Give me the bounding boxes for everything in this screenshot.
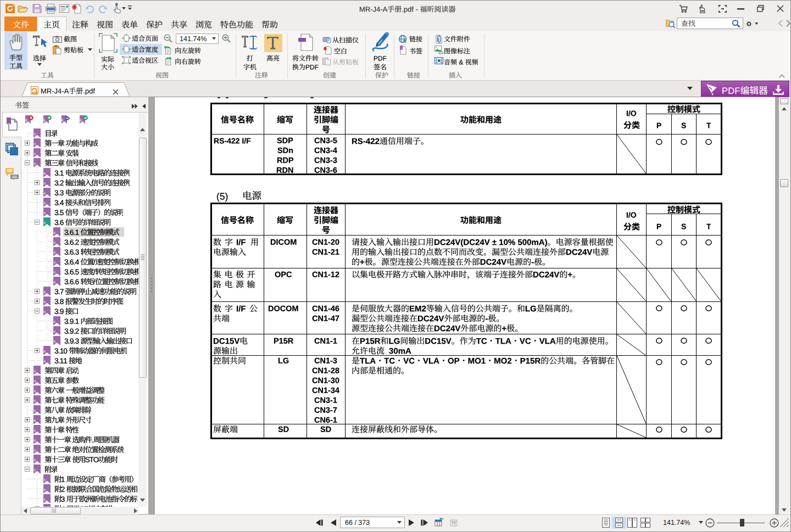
svg-text:PDF: PDF: [32, 92, 37, 94]
